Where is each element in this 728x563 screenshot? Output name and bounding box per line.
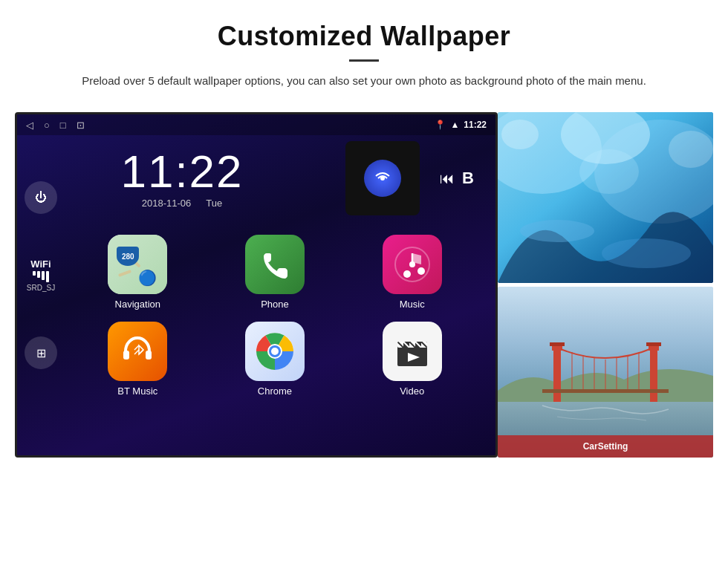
svg-point-3 [403, 270, 411, 278]
status-bar-right: 📍 ▲ 11:22 [435, 120, 487, 130]
wallpaper-bridge[interactable]: CarSetting [498, 287, 713, 458]
app-video[interactable]: Video [343, 316, 481, 403]
prev-track-icon[interactable]: ⏮ [440, 170, 455, 187]
app-btmusic[interactable]: BT Music [69, 316, 207, 403]
page-header: Customized Wallpaper Preload over 5 defa… [0, 0, 728, 99]
status-time: 11:22 [464, 120, 487, 130]
clock-area: 11:22 2018-11-06 Tue [17, 135, 495, 220]
app-music[interactable]: Music [343, 229, 481, 316]
clock-right: ⏮ B [427, 169, 487, 188]
app-phone[interactable]: Phone [207, 229, 344, 316]
text-b-icon: B [462, 169, 474, 188]
clock-time: 11:22 [26, 149, 338, 195]
wifi-bar-4 [46, 271, 49, 282]
page-wrapper: Customized Wallpaper Preload over 5 defa… [0, 0, 728, 472]
app-chrome[interactable]: Chrome [207, 316, 344, 403]
navigation-icon: 280 🔵 [108, 235, 167, 294]
grid-button[interactable]: ⊞ [25, 336, 57, 369]
svg-point-30 [602, 238, 691, 268]
svg-point-32 [669, 131, 713, 168]
location-icon: 📍 [435, 120, 446, 130]
chrome-icon [245, 322, 305, 381]
chrome-label: Chrome [258, 385, 292, 397]
clock-left: 11:22 2018-11-06 Tue [26, 149, 338, 209]
bridge-svg [498, 287, 713, 458]
wifi-bar-2 [37, 271, 40, 278]
wifi-label: WiFi [27, 258, 55, 270]
wallpaper-container: CarSetting [498, 112, 713, 458]
music-svg [394, 246, 431, 283]
video-label: Video [400, 385, 424, 397]
clock-date: 2018-11-06 Tue [26, 198, 338, 209]
nav-pin: 🔵 [138, 269, 157, 287]
page-description: Preload over 5 default wallpaper options… [74, 72, 654, 90]
navigation-label: Navigation [115, 299, 160, 310]
status-bar: ◁ ○ □ ⊡ 📍 ▲ 11:22 [17, 114, 495, 135]
btmusic-svg [118, 332, 157, 371]
svg-rect-41 [646, 342, 661, 346]
ice-cave-svg [498, 112, 713, 283]
wifi-bars [27, 271, 55, 282]
clock-date-value: 2018-11-06 [142, 198, 192, 209]
video-svg [393, 332, 432, 371]
app-grid: 280 🔵 Navigation Phone [17, 223, 495, 409]
header-divider [349, 59, 379, 62]
svg-point-10 [271, 348, 279, 355]
svg-point-4 [417, 267, 425, 275]
wifi-info: WiFi SRD_SJ [27, 258, 55, 292]
music-icon [383, 235, 442, 294]
svg-rect-5 [123, 351, 129, 359]
home-icon[interactable]: ○ [44, 120, 50, 131]
phone-icon [245, 235, 305, 294]
svg-rect-6 [146, 351, 152, 359]
media-widget[interactable] [345, 141, 420, 215]
svg-rect-38 [550, 342, 565, 346]
screenshot-icon[interactable]: ⊡ [77, 120, 85, 131]
wifi-bar-3 [42, 271, 45, 280]
chrome-svg [255, 331, 295, 371]
signal-icon: ▲ [450, 120, 459, 130]
clock-day-value: Tue [206, 198, 222, 209]
wifi-bar-1 [33, 271, 36, 276]
svg-rect-36 [553, 346, 561, 402]
svg-point-31 [501, 120, 539, 149]
music-label: Music [400, 299, 425, 310]
clock-center [338, 141, 427, 215]
android-screen: ◁ ○ □ ⊡ 📍 ▲ 11:22 ⏻ WiFi [15, 112, 498, 458]
power-button[interactable]: ⏻ [25, 181, 57, 214]
media-wifi-icon [364, 160, 401, 197]
wallpaper-ice[interactable] [498, 112, 713, 283]
antenna-svg [372, 168, 393, 189]
carsetting-label: CarSetting [583, 441, 628, 452]
btmusic-icon [108, 322, 167, 381]
svg-rect-49 [542, 389, 669, 393]
recents-icon[interactable]: □ [60, 120, 66, 131]
svg-point-33 [579, 149, 639, 194]
carsetting-bar: CarSetting [498, 435, 713, 458]
page-title: Customized Wallpaper [30, 21, 698, 52]
app-navigation[interactable]: 280 🔵 Navigation [69, 229, 207, 316]
back-icon[interactable]: ◁ [26, 120, 33, 131]
video-icon [383, 322, 442, 381]
device-wrapper: ◁ ○ □ ⊡ 📍 ▲ 11:22 ⏻ WiFi [0, 99, 728, 472]
status-bar-left: ◁ ○ □ ⊡ [26, 120, 85, 131]
svg-rect-39 [650, 346, 657, 402]
left-sidebar: ⏻ WiFi SRD_SJ ⊞ [25, 181, 57, 369]
phone-label: Phone [261, 299, 289, 310]
svg-point-29 [520, 220, 594, 242]
phone-svg [258, 247, 292, 282]
btmusic-label: BT Music [117, 385, 157, 397]
wifi-ssid: SRD_SJ [27, 284, 55, 292]
